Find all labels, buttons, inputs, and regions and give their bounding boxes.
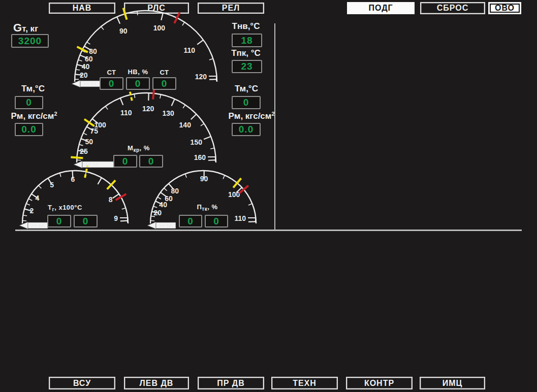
tick-label: 80 (171, 187, 179, 195)
pm-right-label-text: Рм, кгс/см (228, 111, 271, 121)
needle-digit-2: 2 (89, 82, 98, 86)
tick-label: 100 (153, 24, 166, 32)
nv-st-right-label: СТ (152, 69, 176, 76)
pr-dv-button[interactable]: ПР ДВ (198, 377, 264, 389)
tick (197, 40, 203, 45)
tehn-button[interactable]: ТЕХН (271, 377, 338, 389)
needle-digit-2: 2 (91, 162, 100, 167)
tick (161, 13, 163, 20)
mkr-label: Мкр, % (118, 144, 159, 153)
tick (79, 145, 83, 146)
tick-label: 80 (89, 47, 97, 55)
tick (137, 11, 138, 15)
tg-label-post: , х100°С (54, 204, 82, 211)
tick-label: 40 (82, 62, 90, 71)
limit-mark-yellow (129, 89, 132, 101)
tick (83, 133, 87, 135)
pm-left-label-sup: 2 (54, 111, 57, 117)
fuel-value: 3200 (11, 34, 49, 48)
tick (87, 42, 90, 44)
needle-digit-1: 1 (84, 162, 92, 167)
limit-mark-yellow (71, 157, 83, 158)
ptk-label-sub: тк (202, 206, 207, 212)
mkr-label-post: , % (140, 144, 150, 152)
mkr-label-sub: кр (133, 147, 139, 153)
tick (117, 17, 120, 24)
tick (172, 99, 175, 106)
tick (209, 79, 217, 80)
mkr-value-1: 0 (113, 155, 137, 168)
tick-label: 90 (200, 175, 208, 183)
tick-label: 150 (191, 138, 203, 146)
tick (223, 175, 225, 179)
tick (182, 22, 184, 26)
gauge-needle: 12 (19, 222, 48, 229)
tick-label: 5 (50, 181, 54, 189)
gauge-needle: 12 (74, 161, 114, 168)
tick (78, 60, 82, 61)
tick-label: 160 (194, 153, 206, 161)
tick (164, 188, 167, 190)
tm-left-label: Тм,°С (15, 84, 51, 94)
nv-value-st-left: 0 (100, 77, 123, 90)
tick-label: 2 (30, 207, 34, 215)
tick (248, 204, 252, 205)
tick (191, 114, 197, 119)
tick-label: 120 (142, 105, 154, 113)
pm-left-label-text: Рм, кгс/см (11, 111, 54, 121)
needle-digit-1: 1 (82, 82, 90, 86)
tick-label: 20 (154, 209, 162, 217)
tick (105, 106, 108, 109)
limit-mark-yellow (84, 119, 94, 126)
tick-label: 60 (85, 55, 93, 63)
tick (39, 185, 42, 188)
tick (122, 208, 126, 209)
tpk-value: 23 (232, 60, 262, 73)
tick-label: 100 (94, 121, 106, 129)
kontr-button[interactable]: КОНТР (346, 377, 413, 389)
tick-label: 130 (162, 109, 174, 117)
ptk-label-pre: П (197, 203, 202, 211)
tick-label: 8 (109, 195, 113, 204)
tick-label: 110 (120, 109, 132, 117)
tick-label: 60 (165, 194, 173, 203)
tick-label: 120 (195, 73, 207, 81)
needle-arrowhead (147, 222, 156, 229)
tick (26, 204, 30, 205)
lev-dv-button[interactable]: ЛЕВ ДВ (124, 377, 189, 389)
tick (204, 137, 211, 140)
vsu-button[interactable]: ВСУ (49, 377, 115, 389)
tick (160, 94, 161, 99)
pm-right-label: Рм, кгс/см2 (222, 111, 281, 121)
mfd-screen: НАВ РЛС РЕЛ ПОДГ СБРОС ОВО 2040608090100… (0, 0, 537, 392)
tick-label: 20 (80, 71, 88, 79)
tick-label: 110 (183, 46, 195, 54)
tg-label: Тг, х100°С (40, 204, 90, 212)
fuel-label-rest: т, кг (22, 24, 38, 34)
tick-label: 6 (71, 175, 75, 183)
nv-st-left-label: СТ (100, 69, 123, 76)
tg-value-2: 0 (74, 215, 98, 227)
end-elbow (120, 218, 128, 222)
tick (28, 199, 32, 201)
ptk-label-post: , % (207, 203, 217, 211)
tick-label: 9 (114, 214, 118, 222)
tick-label: 140 (179, 121, 192, 129)
gauge-needle: 12 (72, 80, 101, 87)
tick (208, 160, 216, 160)
divider-horizontal (15, 230, 522, 231)
tick (185, 174, 186, 178)
gauge-layer: 2040608090100110120122550751001101201301… (0, 0, 537, 392)
tg-value-1: 0 (47, 215, 71, 227)
tick (120, 221, 128, 221)
needle-arrowhead (74, 161, 82, 168)
tick-label: 100 (228, 190, 240, 199)
tick (183, 105, 185, 108)
fuel-label: Gт, кг (13, 21, 38, 35)
imc-button[interactable]: ИМЦ (420, 377, 485, 389)
tick-label: 50 (85, 138, 93, 146)
tick-label: 90 (119, 27, 128, 35)
ptk-value-1: 0 (179, 215, 202, 227)
tick (120, 98, 123, 105)
tm-right-label: Тм,°С (230, 84, 263, 94)
